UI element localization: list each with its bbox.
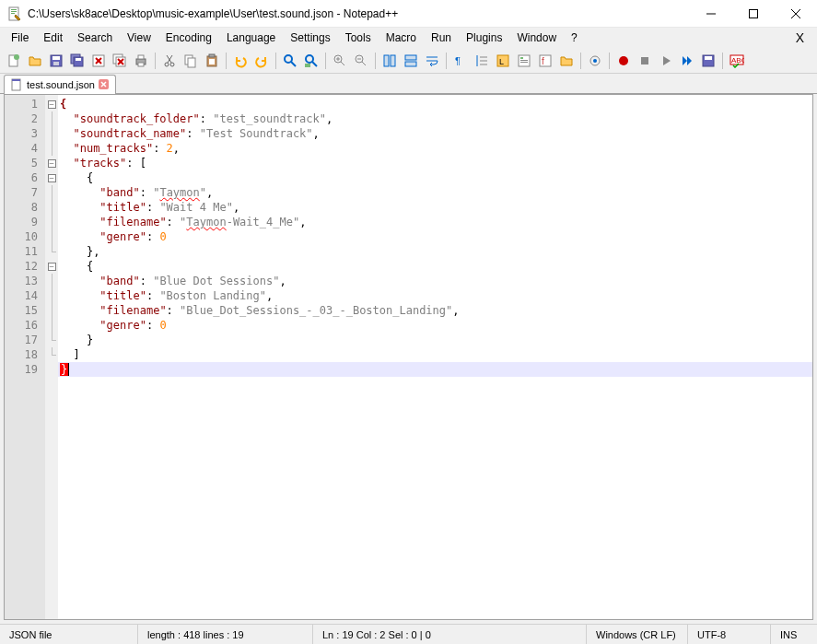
svg-rect-48 xyxy=(391,55,395,66)
svg-point-27 xyxy=(170,63,174,66)
close-all-button[interactable] xyxy=(110,51,130,71)
svg-line-45 xyxy=(362,62,366,65)
menu-run[interactable]: Run xyxy=(424,29,459,46)
save-macro-button[interactable] xyxy=(698,51,718,71)
svg-point-37 xyxy=(306,55,313,63)
menu-edit[interactable]: Edit xyxy=(36,29,70,46)
replace-button[interactable] xyxy=(301,51,321,71)
status-filetype: JSON file xyxy=(0,625,138,644)
svg-point-67 xyxy=(593,59,597,63)
svg-rect-50 xyxy=(405,62,416,66)
menubar-close-x[interactable]: X xyxy=(787,30,813,45)
svg-rect-61 xyxy=(520,57,523,59)
menu-settings[interactable]: Settings xyxy=(283,29,337,46)
spellcheck-button[interactable]: ABC xyxy=(727,51,747,71)
show-all-chars-button[interactable]: ¶ xyxy=(450,51,471,71)
statusbar: JSON file length : 418 lines : 19 Ln : 1… xyxy=(0,624,817,644)
svg-rect-1 xyxy=(11,9,17,10)
zoom-out-button[interactable] xyxy=(351,51,371,71)
minimize-button[interactable] xyxy=(690,0,732,28)
svg-text:¶: ¶ xyxy=(455,55,461,66)
redo-button[interactable] xyxy=(251,51,272,71)
svg-line-29 xyxy=(167,55,171,63)
svg-rect-33 xyxy=(209,54,215,57)
print-button[interactable] xyxy=(131,51,151,71)
file-tab[interactable]: test.sound.json xyxy=(4,75,116,94)
func-list-button[interactable]: f xyxy=(535,51,555,71)
menu-language[interactable]: Language xyxy=(219,29,283,46)
titlebar: C:\Users\sk8ace\Desktop\music-example\Us… xyxy=(0,0,817,28)
svg-line-28 xyxy=(168,55,172,63)
find-button[interactable] xyxy=(280,51,300,71)
svg-rect-49 xyxy=(405,55,416,60)
menu-file[interactable]: File xyxy=(4,29,36,46)
undo-button[interactable] xyxy=(230,51,251,71)
sync-h-button[interactable] xyxy=(401,51,421,71)
svg-rect-2 xyxy=(11,11,17,12)
svg-rect-31 xyxy=(188,58,195,67)
udl-button[interactable]: L xyxy=(493,51,513,71)
svg-rect-34 xyxy=(209,59,215,64)
close-file-button[interactable] xyxy=(88,51,109,71)
svg-point-68 xyxy=(619,56,628,65)
maximize-button[interactable] xyxy=(732,0,775,28)
zoom-in-button[interactable] xyxy=(330,51,350,71)
svg-rect-69 xyxy=(641,57,648,64)
status-insert-mode[interactable]: INS xyxy=(771,625,817,644)
wordwrap-button[interactable] xyxy=(422,51,442,71)
new-file-button[interactable] xyxy=(4,51,24,71)
tab-close-icon[interactable] xyxy=(99,79,110,90)
play-button[interactable] xyxy=(656,51,676,71)
svg-line-36 xyxy=(291,62,296,66)
menu-macro[interactable]: Macro xyxy=(379,29,424,46)
sync-v-button[interactable] xyxy=(379,51,400,71)
menubar: FileEditSearchViewEncodingLanguageSettin… xyxy=(0,28,817,48)
svg-rect-3 xyxy=(11,13,15,14)
tabbar: test.sound.json xyxy=(0,74,817,94)
close-button[interactable] xyxy=(775,0,817,28)
svg-rect-71 xyxy=(705,56,712,60)
status-eol[interactable]: Windows (CR LF) xyxy=(587,625,688,644)
window-title: C:\Users\sk8ace\Desktop\music-example\Us… xyxy=(28,7,690,20)
editor[interactable]: 12345678910111213141516171819 −−−− { "so… xyxy=(4,94,813,620)
svg-rect-15 xyxy=(76,58,81,61)
menu-plugins[interactable]: Plugins xyxy=(459,29,509,46)
copy-button[interactable] xyxy=(181,51,201,71)
menu-search[interactable]: Search xyxy=(70,29,120,46)
open-file-button[interactable] xyxy=(25,51,45,71)
status-encoding[interactable]: UTF-8 xyxy=(688,625,771,644)
indent-guide-button[interactable] xyxy=(472,51,492,71)
folder-button[interactable] xyxy=(556,51,577,71)
fold-column[interactable]: −−−− xyxy=(45,95,58,619)
toolbar: ¶ L f ABC xyxy=(0,48,817,74)
menu-encoding[interactable]: Encoding xyxy=(158,29,219,46)
cut-button[interactable] xyxy=(159,51,180,71)
svg-line-41 xyxy=(341,62,344,65)
code-area[interactable]: { "soundtrack_folder": "test_soundtrack"… xyxy=(58,95,812,619)
stop-button[interactable] xyxy=(635,51,655,71)
paste-button[interactable] xyxy=(202,51,222,71)
save-button[interactable] xyxy=(46,51,66,71)
menu-help[interactable]: ? xyxy=(564,29,585,46)
doc-map-button[interactable] xyxy=(514,51,534,71)
menu-tools[interactable]: Tools xyxy=(338,29,379,46)
svg-point-9 xyxy=(14,54,19,60)
record-button[interactable] xyxy=(613,51,634,71)
svg-text:L: L xyxy=(499,57,504,66)
save-all-button[interactable] xyxy=(67,51,88,71)
file-icon xyxy=(10,78,23,91)
svg-rect-25 xyxy=(138,63,144,66)
monitor-button[interactable] xyxy=(585,51,605,71)
svg-rect-75 xyxy=(12,79,20,81)
svg-point-35 xyxy=(285,55,292,63)
svg-rect-63 xyxy=(520,62,528,63)
playfast-button[interactable] xyxy=(677,51,697,71)
menu-window[interactable]: Window xyxy=(509,29,564,46)
svg-rect-47 xyxy=(384,55,389,66)
svg-rect-62 xyxy=(520,60,528,61)
svg-rect-5 xyxy=(750,9,758,18)
svg-rect-12 xyxy=(53,62,59,65)
status-position: Ln : 19 Col : 2 Sel : 0 | 0 xyxy=(313,625,587,644)
menu-view[interactable]: View xyxy=(120,29,158,46)
svg-line-38 xyxy=(312,62,317,66)
